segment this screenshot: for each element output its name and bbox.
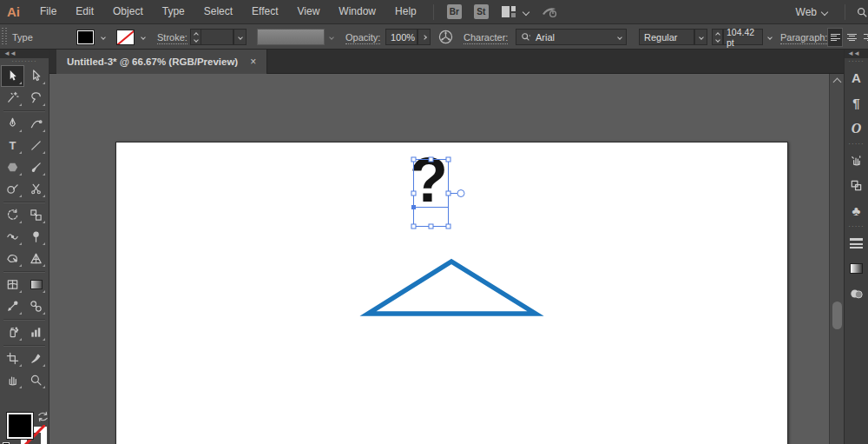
panel-transparency-icon[interactable] <box>845 281 868 306</box>
opacity-field[interactable]: 100% <box>385 29 418 45</box>
fill-proxy-swatch[interactable] <box>7 413 33 439</box>
toolbar-collapse-icon[interactable]: ◄◄ <box>0 50 49 58</box>
blend-tool[interactable] <box>24 295 48 317</box>
slice-tool[interactable] <box>24 348 48 369</box>
swap-fill-stroke-icon[interactable] <box>37 411 49 422</box>
stroke-weight-chevron-icon[interactable] <box>233 29 247 45</box>
panel-paragraph-icon[interactable]: ¶ <box>845 90 868 116</box>
align-right-button[interactable] <box>860 28 868 47</box>
dock-grip[interactable]: ····· <box>845 223 868 230</box>
scale-tool[interactable] <box>24 204 48 226</box>
type-tool[interactable]: T <box>1 135 24 156</box>
panel-opentype-icon[interactable]: O <box>845 116 868 141</box>
font-style-combo[interactable]: Regular <box>639 29 694 45</box>
artboard-tool[interactable] <box>1 348 24 369</box>
paragraph-label[interactable]: Paragraph: <box>780 32 827 44</box>
font-family-combo[interactable]: Arial <box>516 29 627 45</box>
fill-color-chevron-icon[interactable] <box>96 30 109 45</box>
opacity-expand-icon[interactable] <box>418 29 431 45</box>
panel-gradient-icon[interactable] <box>845 255 868 281</box>
stroke-color-chevron-icon[interactable] <box>136 30 149 45</box>
fill-color-swatch[interactable] <box>76 30 95 45</box>
lasso-tool[interactable] <box>24 87 48 109</box>
baseline-handle[interactable] <box>411 205 416 209</box>
shape-tool[interactable] <box>1 156 24 178</box>
bridge-button[interactable]: Br <box>447 4 462 19</box>
curvature-tool[interactable] <box>24 113 48 135</box>
selection-tool[interactable] <box>1 65 24 87</box>
menu-file[interactable]: File <box>30 0 66 23</box>
stock-button[interactable]: St <box>474 4 489 19</box>
canvas-area[interactable]: ? <box>49 74 829 444</box>
zoom-tool[interactable] <box>24 369 48 391</box>
document-tab[interactable]: Untitled-3* @ 66.67% (RGB/Preview) × <box>56 50 267 74</box>
arrange-documents-chevron-icon[interactable] <box>522 8 529 15</box>
line-segment-tool[interactable] <box>24 135 48 156</box>
stroke-weight-label[interactable]: Stroke: <box>157 32 187 44</box>
mesh-tool[interactable] <box>1 274 24 295</box>
selection-bounding-box[interactable] <box>405 154 473 234</box>
panel-dock: ◄◄ ····· A ¶ O ····· ♣ ····· <box>844 50 868 444</box>
panel-grip[interactable] <box>2 28 8 46</box>
panel-graphic-styles-icon[interactable] <box>845 173 868 198</box>
opacity-label[interactable]: Opacity: <box>345 32 380 44</box>
menu-type[interactable]: Type <box>153 0 194 23</box>
column-graph-tool[interactable] <box>24 321 48 343</box>
brush-definition-combo <box>257 29 325 45</box>
recolor-artwork-icon[interactable] <box>438 30 453 44</box>
menu-object[interactable]: Object <box>103 0 153 23</box>
menu-view[interactable]: View <box>288 0 330 23</box>
symbol-sprayer-tool[interactable] <box>1 321 24 343</box>
font-size-field[interactable]: 104.42 pt <box>723 29 763 45</box>
dock-collapse-icon[interactable]: ◄◄ <box>845 50 868 58</box>
menu-effect[interactable]: Effect <box>242 0 287 23</box>
scrollbar-thumb[interactable] <box>832 302 842 329</box>
triangle-shape[interactable] <box>356 255 547 321</box>
vertical-scrollbar[interactable] <box>829 74 844 444</box>
stroke-color-swatch[interactable] <box>116 30 135 45</box>
align-left-button[interactable] <box>827 28 843 47</box>
tab-close-icon[interactable]: × <box>250 56 256 68</box>
scissors-tool[interactable] <box>24 178 48 200</box>
panel-stroke-icon[interactable] <box>845 230 868 255</box>
dock-grip[interactable]: ····· <box>845 141 868 148</box>
magic-wand-tool[interactable] <box>1 87 24 109</box>
rotate-tool[interactable] <box>1 204 24 226</box>
panel-character-icon[interactable]: A <box>845 65 868 90</box>
menu-help[interactable]: Help <box>385 0 426 23</box>
puppet-warp-tool[interactable] <box>24 226 48 248</box>
paintbrush-tool[interactable] <box>24 156 48 178</box>
shape-builder-tool[interactable] <box>1 248 24 269</box>
align-center-button[interactable] <box>844 28 859 47</box>
menu-window[interactable]: Window <box>329 0 385 23</box>
pen-tool[interactable] <box>1 113 24 135</box>
menu-select[interactable]: Select <box>194 0 242 23</box>
illustrator-logo: Ai <box>0 4 30 19</box>
panel-symbols-icon[interactable]: ♣ <box>845 198 868 223</box>
arrange-documents-icon[interactable] <box>502 6 516 17</box>
tools-panel: ◄◄ ········ T <box>0 50 49 444</box>
cs-live-icon[interactable] <box>541 5 558 19</box>
panel-appearance-icon[interactable] <box>845 148 868 173</box>
font-style-chevron-icon[interactable] <box>694 29 707 45</box>
workspace-chevron-icon[interactable] <box>821 8 828 15</box>
toolbar-grip[interactable]: ········ <box>0 58 49 65</box>
width-tool[interactable] <box>1 226 24 248</box>
gradient-tool[interactable] <box>24 274 48 295</box>
direct-selection-tool[interactable] <box>24 65 48 87</box>
perspective-grid-tool[interactable] <box>24 248 48 269</box>
eyedropper-tool[interactable] <box>1 295 24 317</box>
font-size-stepper[interactable] <box>712 29 723 45</box>
dock-grip[interactable]: ····· <box>845 58 868 65</box>
document-tab-title: Untitled-3* @ 66.67% (RGB/Preview) <box>67 56 238 67</box>
shaper-tool[interactable] <box>1 178 24 200</box>
workspace-switcher[interactable]: Web <box>796 6 817 18</box>
character-label[interactable]: Character: <box>464 32 508 44</box>
scroll-up-icon[interactable] <box>833 78 842 87</box>
menu-edit[interactable]: Edit <box>66 0 103 23</box>
stroke-weight-field[interactable] <box>201 29 233 45</box>
hand-tool[interactable] <box>1 369 24 391</box>
font-size-chevron-icon[interactable] <box>763 29 776 45</box>
search-icon[interactable] <box>856 6 868 18</box>
control-bar: Type Stroke: Opacity: 100% Character: Ar… <box>0 23 868 50</box>
